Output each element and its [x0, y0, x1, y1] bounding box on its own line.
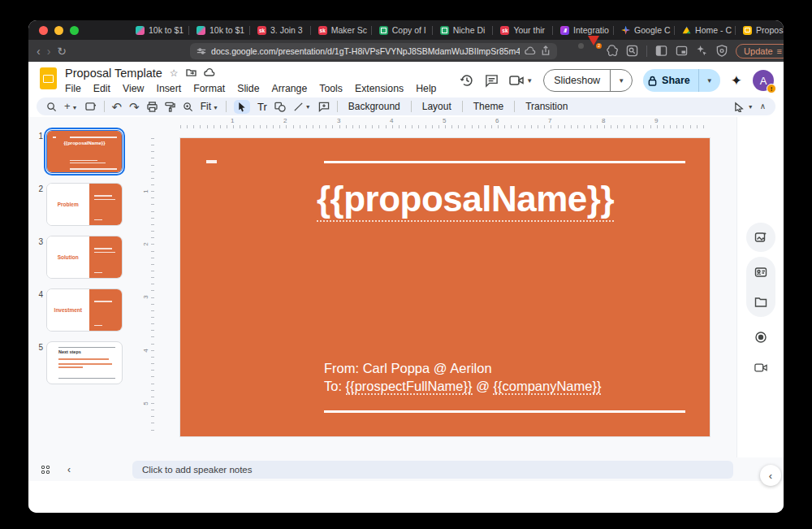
- browser-tab[interactable]: Maker Sc: [312, 22, 370, 38]
- browser-tab[interactable]: 10k to $1: [190, 22, 248, 38]
- slide-thumbnail-1[interactable]: {{proposalName}}: [46, 130, 123, 173]
- search-menus-icon[interactable]: [46, 102, 57, 112]
- menu-extensions[interactable]: Extensions: [355, 83, 404, 94]
- browser-tab[interactable]: Proposal: [736, 22, 784, 38]
- theme-button[interactable]: Theme: [470, 101, 507, 112]
- back-icon[interactable]: ‹: [37, 46, 41, 57]
- paint-format-icon[interactable]: [165, 102, 175, 112]
- menu-help[interactable]: Help: [416, 83, 436, 94]
- collapse-toolbar-icon[interactable]: ∧: [760, 102, 766, 111]
- browser-tab[interactable]: 10k to $1: [129, 22, 188, 38]
- select-tool-button[interactable]: [234, 100, 250, 114]
- menu-file[interactable]: File: [65, 83, 81, 94]
- picture-in-picture-icon[interactable]: [676, 45, 688, 57]
- folder-icon[interactable]: [754, 297, 767, 308]
- offline-cloud-icon[interactable]: [525, 46, 536, 56]
- print-icon[interactable]: [147, 102, 158, 112]
- google-slides-logo-icon[interactable]: [40, 67, 57, 89]
- menu-view[interactable]: View: [123, 83, 144, 94]
- layout-button[interactable]: Layout: [419, 101, 455, 112]
- slide-thumbnail-2[interactable]: Problem: [46, 183, 123, 226]
- cloud-status-icon[interactable]: [204, 68, 215, 77]
- slide-number: 3: [28, 236, 46, 279]
- slideshow-button[interactable]: Slideshow ▼: [543, 69, 633, 92]
- insert-comment-icon[interactable]: [318, 102, 330, 112]
- search-tabs-icon[interactable]: [626, 45, 638, 57]
- slideshow-options-dropdown[interactable]: ▼: [610, 70, 632, 91]
- forward-icon[interactable]: ›: [47, 46, 51, 57]
- update-browser-button[interactable]: Update≡: [736, 44, 784, 59]
- line-tool-button[interactable]: ▼: [293, 102, 311, 112]
- brave-shield-extension-icon[interactable]: [570, 46, 581, 57]
- move-folder-icon[interactable]: [186, 68, 197, 77]
- pointer-options-button[interactable]: ▼: [734, 102, 754, 112]
- join-call-button[interactable]: ▼: [509, 75, 533, 86]
- reload-icon[interactable]: ↻: [57, 46, 67, 57]
- text-box-tool-icon[interactable]: Tr: [257, 101, 267, 113]
- slide-fromto-textbox[interactable]: From: Carl Poppa @ Aerilon To: {{prospec…: [324, 359, 601, 396]
- slide-bottom-rule[interactable]: [324, 410, 685, 413]
- triangle-extension-icon[interactable]: 2: [588, 46, 599, 57]
- document-title[interactable]: Proposal Template: [65, 67, 162, 80]
- slide-thumbnail-3[interactable]: Solution: [46, 236, 123, 279]
- slide-editor-surface[interactable]: {{proposalName}} From: Carl Poppa @ Aeri…: [180, 138, 710, 436]
- ai-sparkle-cursor-icon[interactable]: [696, 45, 708, 57]
- url-field[interactable]: docs.google.com/presentation/d/1gT-H8iVP…: [190, 43, 557, 59]
- speaker-notes-input[interactable]: Click to add speaker notes: [132, 461, 733, 479]
- shapes-tool-icon[interactable]: [274, 102, 286, 112]
- redo-icon[interactable]: ↷: [129, 101, 140, 113]
- browser-tab[interactable]: 3. Join 3: [251, 22, 309, 38]
- transition-button[interactable]: Transition: [522, 101, 571, 112]
- tab-strip: 10k to $1 10k to $1 3. Join 3 Maker Sc C…: [129, 20, 784, 40]
- browser-tab[interactable]: Niche Di: [434, 22, 492, 38]
- image-sparkle-icon[interactable]: [754, 231, 767, 244]
- share-options-dropdown[interactable]: ▼: [698, 69, 720, 92]
- background-button[interactable]: Background: [345, 101, 404, 112]
- collapse-filmstrip-icon[interactable]: ‹: [67, 464, 71, 475]
- extensions-icon[interactable]: [606, 45, 618, 57]
- share-button[interactable]: Share ▼: [643, 69, 720, 92]
- notification-badge: !: [767, 84, 776, 93]
- browser-tab[interactable]: Home - C: [676, 22, 734, 38]
- close-window-button[interactable]: [39, 26, 48, 35]
- version-history-icon[interactable]: [460, 73, 474, 88]
- new-slide-layout-icon[interactable]: [85, 102, 97, 112]
- share-page-icon[interactable]: [541, 46, 551, 56]
- camera-clip-icon[interactable]: [754, 362, 767, 373]
- gemini-sparkle-icon[interactable]: ✦: [731, 72, 742, 89]
- slide-canvas[interactable]: 1 2 3 4 5 6 7 8 9 1 2 3 4 5 {{: [144, 117, 736, 457]
- slide-top-rule[interactable]: [324, 161, 685, 163]
- minimize-window-button[interactable]: [54, 26, 63, 35]
- contact-card-icon[interactable]: [754, 266, 767, 279]
- sidebar-toggle-icon[interactable]: [655, 45, 667, 57]
- zoom-select[interactable]: Fit▼: [201, 101, 218, 112]
- tab-label: 10k to $1: [209, 25, 244, 35]
- undo-icon[interactable]: ↶: [112, 101, 123, 113]
- menu-edit[interactable]: Edit: [93, 83, 110, 94]
- browser-tab[interactable]: Your thir: [494, 22, 551, 38]
- menu-format[interactable]: Format: [193, 83, 225, 94]
- slide-title-textbox[interactable]: {{proposalName}}: [180, 179, 710, 219]
- privacy-shield-icon[interactable]: [716, 45, 728, 57]
- menu-arrange[interactable]: Arrange: [272, 83, 308, 94]
- record-icon[interactable]: [754, 331, 767, 344]
- video-camera-icon: [509, 75, 524, 86]
- menu-insert[interactable]: Insert: [156, 83, 181, 94]
- site-settings-icon[interactable]: [197, 46, 206, 56]
- zoom-icon[interactable]: [183, 102, 193, 112]
- maximize-window-button[interactable]: [70, 26, 79, 35]
- browser-tab[interactable]: Google C: [615, 22, 673, 38]
- slide-thumbnail-4[interactable]: Investment: [46, 288, 123, 332]
- menu-slide[interactable]: Slide: [237, 83, 259, 94]
- star-icon[interactable]: ☆: [170, 67, 179, 79]
- account-avatar[interactable]: A !: [753, 70, 774, 91]
- browser-tab[interactable]: Integratio: [554, 22, 612, 38]
- slide-thumbnail-5[interactable]: Next steps: [46, 341, 123, 384]
- grid-view-icon[interactable]: [41, 466, 50, 474]
- browser-tab[interactable]: Copy of I: [373, 22, 431, 38]
- line-tool-icon: [293, 102, 304, 112]
- comment-history-icon[interactable]: [485, 74, 499, 88]
- collapse-side-panel-button[interactable]: ‹: [760, 465, 781, 486]
- new-slide-button[interactable]: +▼: [64, 101, 78, 112]
- menu-tools[interactable]: Tools: [319, 83, 343, 94]
